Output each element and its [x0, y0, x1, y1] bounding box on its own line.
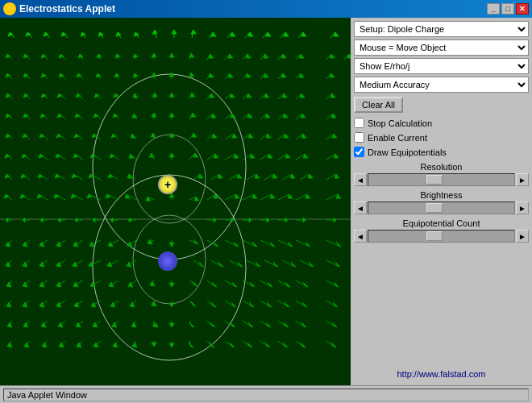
svg-marker-78	[347, 54, 351, 58]
equipotential-count-thumb[interactable]	[426, 231, 443, 241]
svg-marker-408	[127, 262, 131, 267]
equipotential-count-decrease-button[interactable]: ◄	[354, 230, 367, 243]
svg-marker-230	[56, 154, 60, 158]
svg-marker-132	[152, 93, 157, 97]
svg-marker-306	[125, 194, 130, 198]
brightness-slider-row: ◄ ►	[354, 202, 529, 214]
svg-marker-490	[267, 302, 272, 307]
main-content: + Setup: Dipole Charge Mouse = Move Obje…	[0, 18, 532, 385]
svg-marker-190	[23, 134, 27, 138]
svg-marker-332	[40, 218, 43, 222]
equipotential-count-track[interactable]	[368, 230, 515, 243]
resolution-thumb[interactable]	[426, 175, 443, 185]
svg-marker-354	[303, 218, 305, 222]
svg-marker-128	[114, 93, 118, 98]
brightness-decrease-button[interactable]: ◄	[354, 202, 367, 214]
svg-marker-134	[169, 93, 174, 97]
svg-marker-328	[6, 218, 8, 222]
resolution-decrease-button[interactable]: ◄	[354, 173, 367, 186]
svg-marker-364	[56, 242, 61, 247]
svg-marker-242	[169, 153, 174, 157]
minimize-button[interactable]: _	[487, 3, 500, 15]
show-field-dropdown[interactable]: Show E/rho/j	[354, 58, 529, 74]
svg-marker-266	[55, 174, 60, 178]
resolution-increase-button[interactable]: ►	[516, 173, 529, 186]
url-text: http://www.falstad.com	[354, 366, 529, 382]
svg-marker-382	[234, 242, 239, 247]
svg-marker-26	[191, 30, 196, 34]
status-bar: Java Applet Window	[0, 385, 532, 403]
svg-marker-548	[132, 343, 137, 347]
svg-marker-122	[57, 93, 62, 98]
svg-marker-302	[87, 194, 92, 198]
svg-marker-236	[110, 154, 114, 158]
svg-marker-392	[336, 242, 341, 247]
svg-marker-416	[256, 262, 260, 267]
simulation-canvas[interactable]: +	[0, 18, 351, 385]
svg-line-317	[243, 194, 254, 200]
svg-marker-304	[106, 194, 110, 198]
svg-marker-356	[334, 218, 336, 222]
clear-all-button[interactable]: Clear All	[354, 97, 403, 113]
svg-marker-450	[232, 282, 237, 287]
maximize-button[interactable]: □	[501, 3, 514, 15]
svg-marker-458	[303, 282, 308, 287]
svg-marker-368	[89, 242, 94, 247]
svg-marker-264	[38, 174, 43, 178]
svg-marker-24	[172, 30, 177, 34]
svg-marker-22	[152, 30, 157, 34]
svg-marker-168	[152, 113, 156, 117]
svg-marker-470	[74, 302, 79, 307]
resolution-track[interactable]	[368, 173, 515, 186]
draw-equipotentials-row: Draw Equipotentials	[354, 146, 529, 158]
status-text: Java Applet Window	[3, 388, 529, 401]
svg-line-319	[260, 194, 272, 200]
brightness-track[interactable]	[368, 202, 515, 214]
accuracy-dropdown[interactable]: Medium Accuracy	[354, 77, 529, 93]
svg-marker-350	[267, 218, 269, 222]
equipotential-count-label: Equipotential Count	[354, 218, 529, 228]
svg-marker-418	[273, 262, 278, 267]
svg-line-315	[225, 194, 236, 200]
svg-marker-426	[6, 282, 11, 287]
stop-calculation-checkbox[interactable]	[354, 118, 364, 128]
svg-marker-460	[334, 282, 339, 287]
svg-marker-234	[90, 154, 95, 158]
svg-marker-198	[92, 134, 97, 138]
mouse-mode-dropdown[interactable]: Mouse = Move Object	[354, 39, 529, 56]
svg-marker-400	[56, 262, 61, 267]
svg-marker-376	[169, 243, 174, 247]
svg-marker-268	[72, 174, 77, 178]
brightness-increase-button[interactable]: ►	[516, 202, 529, 214]
field-svg	[0, 18, 351, 364]
svg-marker-52	[97, 54, 102, 58]
svg-marker-298	[54, 194, 59, 198]
svg-marker-412	[218, 262, 223, 267]
svg-marker-370	[108, 242, 113, 247]
svg-marker-294	[20, 194, 25, 198]
equipotential-count-increase-button[interactable]: ►	[516, 230, 529, 243]
svg-marker-300	[71, 194, 76, 198]
negative-charge[interactable]	[158, 251, 177, 271]
svg-marker-438	[109, 282, 114, 287]
svg-marker-160	[75, 114, 80, 118]
svg-marker-442	[150, 281, 155, 286]
svg-marker-102	[209, 73, 214, 77]
brightness-thumb[interactable]	[426, 203, 443, 213]
equipotential-count-slider-row: ◄ ►	[354, 230, 529, 243]
svg-marker-308	[146, 197, 151, 201]
close-button[interactable]: ✕	[516, 3, 529, 15]
positive-charge[interactable]: +	[158, 175, 177, 194]
brightness-section: Brightness ◄ ►	[354, 190, 529, 214]
svg-marker-56	[133, 54, 138, 58]
svg-marker-348	[249, 218, 251, 222]
svg-marker-422	[309, 262, 314, 267]
enable-current-checkbox[interactable]	[354, 132, 364, 143]
svg-marker-58	[152, 53, 156, 57]
svg-marker-28	[211, 32, 216, 36]
svg-marker-390	[305, 242, 310, 247]
svg-marker-92	[114, 73, 119, 77]
setup-dropdown[interactable]: Setup: Dipole Charge	[354, 21, 529, 37]
title-bar: ⚡ Electrostatics Applet _ □ ✕	[0, 0, 532, 18]
draw-equipotentials-checkbox[interactable]	[354, 147, 364, 157]
